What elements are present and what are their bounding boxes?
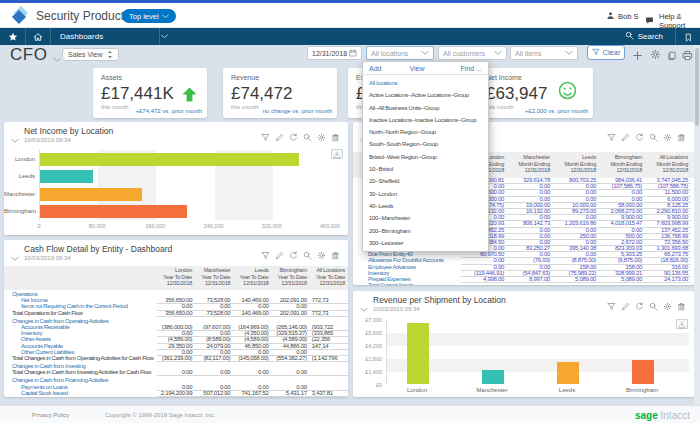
widget-revenue-per-shipment: Revenue per Shipment by Location 10/03/2… (353, 291, 694, 397)
delete-widget-icon[interactable] (331, 128, 340, 146)
location-option[interactable]: 40--Leeds (363, 200, 488, 212)
filter-icon[interactable] (261, 128, 270, 146)
cell: 0.00 (157, 370, 195, 376)
items-filter-select[interactable]: All items (510, 46, 578, 60)
row-label: Total Changes in Cash from Investing Act… (12, 370, 157, 376)
filter-icon[interactable] (607, 128, 616, 146)
delete-widget-icon[interactable] (677, 297, 686, 315)
chart-export-button[interactable] (331, 149, 343, 159)
dashboards-menu[interactable]: Dashboards (51, 28, 159, 45)
search-button[interactable]: Search (613, 31, 675, 42)
row-label[interactable]: Total Current Assets (359, 283, 461, 285)
scrollbar-thumb[interactable] (695, 48, 699, 126)
customers-filter-select[interactable]: All customers (438, 46, 507, 60)
kpi-card-assets[interactable]: Assets £17,441K this month +£74,472 vs. … (93, 68, 207, 118)
dropdown-view-link[interactable]: View (409, 65, 424, 72)
widget-cash-flow-detail: Cash Flow Detail by Entity - Dashboard 1… (4, 240, 348, 397)
zoom-icon[interactable] (303, 246, 312, 264)
locations-filter-select[interactable]: All locations (366, 46, 434, 60)
kpi-label: Net Income (486, 74, 522, 81)
dashboards-menu-label: Dashboards (60, 32, 103, 41)
location-option[interactable]: All--All Business Units--Group (363, 102, 488, 114)
kpi-change: no change vs. prior month (263, 108, 332, 114)
widget-settings-icon[interactable] (663, 297, 672, 315)
widget-settings-icon[interactable] (317, 128, 326, 146)
collapse-widget-icon[interactable] (11, 248, 19, 266)
bar-birmingham[interactable] (40, 205, 187, 218)
refresh-icon[interactable] (289, 128, 298, 146)
delete-widget-icon[interactable] (331, 246, 340, 264)
edit-icon[interactable] (621, 297, 630, 315)
bar-london[interactable] (407, 323, 429, 384)
kpi-card-net-income[interactable]: Net Income £63,947 this month +£2,000 vs… (478, 68, 593, 118)
updown-icon (107, 50, 113, 60)
zoom-icon[interactable] (649, 297, 658, 315)
bookmark-button[interactable] (676, 28, 700, 46)
location-option[interactable]: 100--Manchester (363, 212, 488, 224)
category-label: Birmingham (4, 208, 35, 214)
feedback-icon[interactable] (645, 11, 654, 29)
view-selector[interactable]: Sales View (62, 48, 119, 61)
edit-icon[interactable] (621, 128, 630, 146)
home-nav-item[interactable] (26, 28, 50, 45)
refresh-icon[interactable] (289, 246, 298, 264)
report-date-input[interactable]: 12/31/2018 (307, 46, 362, 60)
location-option[interactable]: 10--Bristol (363, 163, 488, 175)
location-option[interactable]: All locations (363, 77, 488, 89)
refresh-icon[interactable] (635, 128, 644, 146)
bar-birmingham[interactable] (632, 360, 654, 384)
zoom-icon[interactable] (303, 128, 312, 146)
location-option[interactable]: 200--Birmingham (363, 225, 488, 237)
widget-settings-icon[interactable] (663, 128, 672, 146)
privacy-policy-link[interactable]: Privacy Policy (32, 412, 69, 418)
location-option[interactable]: Active Locations--Active Locations--Grou… (363, 89, 488, 101)
zoom-icon[interactable] (649, 128, 658, 146)
print-icon[interactable] (682, 47, 693, 65)
location-option[interactable]: North--North Region--Group (363, 126, 488, 138)
chart-export-button[interactable] (676, 319, 688, 329)
locations-dropdown-panel: Add View Find ... All locationsActive Lo… (362, 61, 489, 252)
bar-manchester[interactable] (40, 188, 142, 201)
user-name: Bob S (618, 12, 638, 21)
location-option[interactable]: 20--Sheffield (363, 175, 488, 187)
kpi-card-revenue[interactable]: Revenue £74,472 this month no change vs.… (223, 68, 337, 118)
collapse-widget-icon[interactable] (11, 130, 19, 148)
bar-leeds[interactable] (557, 362, 579, 384)
widget-timestamp: 10/03/2019 09:34 (24, 137, 71, 143)
dropdown-add-link[interactable]: Add (369, 65, 381, 72)
location-option[interactable]: South--South Region--Group (363, 138, 488, 150)
edit-icon[interactable] (275, 128, 284, 146)
refresh-icon[interactable] (635, 297, 644, 315)
cell (553, 283, 599, 285)
location-option[interactable]: 30--London (363, 188, 488, 200)
bar-london[interactable] (40, 153, 299, 166)
table-row: Total Changes in Cash from Investing Act… (12, 370, 348, 376)
bar-leeds[interactable] (40, 170, 93, 183)
filter-icon[interactable] (261, 246, 270, 264)
duplicate-icon[interactable] (667, 47, 677, 65)
filter-icon[interactable] (607, 297, 616, 315)
vertical-scrollbar[interactable] (694, 45, 700, 405)
entity-selector-label: Top level (129, 12, 159, 21)
grid-band (387, 346, 689, 359)
user-menu[interactable]: Bob S (606, 11, 638, 22)
report-date-value: 12/31/2018 (312, 50, 347, 57)
location-option[interactable]: Bristol--West Region--Group (363, 151, 488, 163)
dropdown-find-link[interactable]: Find ... (461, 65, 482, 72)
search-label: Search (638, 32, 663, 41)
location-option[interactable]: 300--Leicester (363, 237, 488, 249)
widget-net-income-by-location: Net Income by Location 10/03/2019 09:34 … (4, 122, 348, 235)
dashboard-settings-icon[interactable] (650, 46, 661, 64)
page-title-chevron-icon[interactable] (53, 49, 61, 67)
bar-manchester[interactable] (482, 370, 504, 384)
widget-settings-icon[interactable] (317, 246, 326, 264)
delete-widget-icon[interactable] (677, 128, 686, 146)
kpi-value: £63,947 (486, 84, 547, 104)
favorites-nav-item[interactable] (0, 28, 25, 45)
add-widget-icon[interactable] (632, 47, 643, 65)
entity-selector-button[interactable]: Top level (122, 9, 176, 23)
collapse-widget-icon[interactable] (360, 299, 368, 317)
edit-icon[interactable] (275, 246, 284, 264)
clear-filters-button[interactable]: Clear (587, 45, 625, 60)
location-option[interactable]: Inactive Locations--Inactive Locations--… (363, 114, 488, 126)
